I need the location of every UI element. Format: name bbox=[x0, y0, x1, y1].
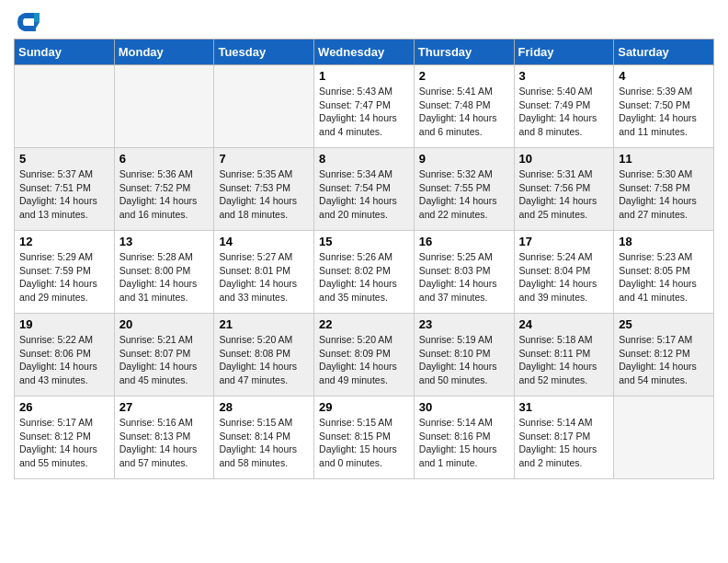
calendar-cell: 16Sunrise: 5:25 AM Sunset: 8:03 PM Dayli… bbox=[414, 231, 514, 314]
calendar-cell bbox=[214, 65, 314, 148]
calendar-cell: 31Sunrise: 5:14 AM Sunset: 8:17 PM Dayli… bbox=[514, 396, 614, 479]
day-number: 2 bbox=[419, 69, 509, 83]
calendar-cell: 23Sunrise: 5:19 AM Sunset: 8:10 PM Dayli… bbox=[414, 314, 514, 396]
day-number: 15 bbox=[319, 235, 409, 248]
day-number: 5 bbox=[19, 152, 109, 166]
day-number: 8 bbox=[319, 152, 409, 166]
weekday-header: Thursday bbox=[414, 40, 514, 65]
day-number: 10 bbox=[519, 152, 609, 166]
day-info: Sunrise: 5:28 AM Sunset: 8:00 PM Dayligh… bbox=[119, 250, 210, 304]
calendar-cell: 3Sunrise: 5:40 AM Sunset: 7:49 PM Daylig… bbox=[514, 65, 614, 148]
weekday-header: Wednesday bbox=[314, 40, 415, 65]
day-number: 14 bbox=[219, 235, 309, 248]
calendar-cell: 30Sunrise: 5:14 AM Sunset: 8:16 PM Dayli… bbox=[414, 396, 514, 479]
weekday-row: SundayMondayTuesdayWednesdayThursdayFrid… bbox=[15, 40, 714, 65]
day-info: Sunrise: 5:22 AM Sunset: 8:06 PM Dayligh… bbox=[19, 333, 109, 387]
day-number: 19 bbox=[19, 317, 109, 331]
calendar-cell: 14Sunrise: 5:27 AM Sunset: 8:01 PM Dayli… bbox=[214, 231, 314, 314]
day-info: Sunrise: 5:16 AM Sunset: 8:13 PM Dayligh… bbox=[119, 416, 210, 470]
calendar-cell: 4Sunrise: 5:39 AM Sunset: 7:50 PM Daylig… bbox=[614, 65, 714, 148]
calendar-cell bbox=[614, 396, 714, 479]
calendar-cell: 29Sunrise: 5:15 AM Sunset: 8:15 PM Dayli… bbox=[314, 396, 415, 479]
calendar-cell: 18Sunrise: 5:23 AM Sunset: 8:05 PM Dayli… bbox=[614, 231, 714, 314]
header bbox=[14, 9, 714, 35]
day-number: 1 bbox=[319, 69, 409, 83]
day-info: Sunrise: 5:35 AM Sunset: 7:53 PM Dayligh… bbox=[219, 167, 309, 222]
day-info: Sunrise: 5:27 AM Sunset: 8:01 PM Dayligh… bbox=[219, 250, 309, 304]
calendar-cell: 12Sunrise: 5:29 AM Sunset: 7:59 PM Dayli… bbox=[15, 231, 115, 314]
weekday-header: Monday bbox=[114, 40, 214, 65]
day-info: Sunrise: 5:20 AM Sunset: 8:08 PM Dayligh… bbox=[219, 333, 309, 387]
calendar-week-row: 12Sunrise: 5:29 AM Sunset: 7:59 PM Dayli… bbox=[15, 231, 714, 314]
day-info: Sunrise: 5:25 AM Sunset: 8:03 PM Dayligh… bbox=[419, 250, 509, 304]
calendar-cell: 20Sunrise: 5:21 AM Sunset: 8:07 PM Dayli… bbox=[114, 314, 214, 396]
calendar-cell: 13Sunrise: 5:28 AM Sunset: 8:00 PM Dayli… bbox=[114, 231, 214, 314]
calendar-cell: 1Sunrise: 5:43 AM Sunset: 7:47 PM Daylig… bbox=[314, 65, 415, 148]
day-number: 6 bbox=[119, 152, 210, 166]
calendar-cell: 26Sunrise: 5:17 AM Sunset: 8:12 PM Dayli… bbox=[15, 396, 115, 479]
day-info: Sunrise: 5:15 AM Sunset: 8:15 PM Dayligh… bbox=[319, 416, 409, 470]
day-info: Sunrise: 5:40 AM Sunset: 7:49 PM Dayligh… bbox=[519, 85, 609, 139]
day-info: Sunrise: 5:30 AM Sunset: 7:58 PM Dayligh… bbox=[619, 167, 709, 222]
day-number: 29 bbox=[319, 400, 409, 414]
calendar-body: 1Sunrise: 5:43 AM Sunset: 7:47 PM Daylig… bbox=[15, 65, 714, 479]
day-number: 26 bbox=[19, 400, 109, 414]
calendar-cell: 19Sunrise: 5:22 AM Sunset: 8:06 PM Dayli… bbox=[15, 314, 115, 396]
day-info: Sunrise: 5:21 AM Sunset: 8:07 PM Dayligh… bbox=[119, 333, 210, 387]
day-info: Sunrise: 5:31 AM Sunset: 7:56 PM Dayligh… bbox=[519, 167, 609, 222]
svg-marker-1 bbox=[34, 13, 40, 22]
calendar-cell: 27Sunrise: 5:16 AM Sunset: 8:13 PM Dayli… bbox=[114, 396, 214, 479]
day-number: 16 bbox=[419, 235, 509, 248]
day-number: 7 bbox=[219, 152, 309, 166]
calendar-table: SundayMondayTuesdayWednesdayThursdayFrid… bbox=[14, 39, 714, 479]
day-info: Sunrise: 5:18 AM Sunset: 8:11 PM Dayligh… bbox=[519, 333, 609, 387]
calendar-cell bbox=[15, 65, 115, 148]
day-number: 9 bbox=[419, 152, 509, 166]
calendar-week-row: 19Sunrise: 5:22 AM Sunset: 8:06 PM Dayli… bbox=[15, 314, 714, 396]
page-container: SundayMondayTuesdayWednesdayThursdayFrid… bbox=[0, 0, 728, 488]
day-number: 27 bbox=[119, 400, 210, 414]
weekday-header: Tuesday bbox=[214, 40, 314, 65]
day-info: Sunrise: 5:20 AM Sunset: 8:09 PM Dayligh… bbox=[319, 333, 409, 387]
weekday-header: Friday bbox=[514, 40, 614, 65]
calendar-header: SundayMondayTuesdayWednesdayThursdayFrid… bbox=[15, 40, 714, 65]
day-number: 20 bbox=[119, 317, 210, 331]
day-info: Sunrise: 5:34 AM Sunset: 7:54 PM Dayligh… bbox=[319, 167, 409, 222]
day-info: Sunrise: 5:15 AM Sunset: 8:14 PM Dayligh… bbox=[219, 416, 309, 470]
weekday-header: Saturday bbox=[614, 40, 714, 65]
calendar-cell: 5Sunrise: 5:37 AM Sunset: 7:51 PM Daylig… bbox=[15, 148, 115, 231]
calendar-cell: 8Sunrise: 5:34 AM Sunset: 7:54 PM Daylig… bbox=[314, 148, 415, 231]
day-info: Sunrise: 5:37 AM Sunset: 7:51 PM Dayligh… bbox=[19, 167, 109, 222]
calendar-week-row: 1Sunrise: 5:43 AM Sunset: 7:47 PM Daylig… bbox=[15, 65, 714, 148]
day-number: 4 bbox=[619, 69, 709, 83]
day-number: 11 bbox=[619, 152, 709, 166]
day-number: 28 bbox=[219, 400, 309, 414]
calendar-cell: 6Sunrise: 5:36 AM Sunset: 7:52 PM Daylig… bbox=[114, 148, 214, 231]
day-number: 17 bbox=[519, 235, 609, 248]
day-info: Sunrise: 5:24 AM Sunset: 8:04 PM Dayligh… bbox=[519, 250, 609, 304]
calendar-cell: 2Sunrise: 5:41 AM Sunset: 7:48 PM Daylig… bbox=[414, 65, 514, 148]
calendar-cell: 17Sunrise: 5:24 AM Sunset: 8:04 PM Dayli… bbox=[514, 231, 614, 314]
calendar-cell bbox=[114, 65, 214, 148]
day-number: 12 bbox=[19, 235, 109, 248]
calendar-cell: 11Sunrise: 5:30 AM Sunset: 7:58 PM Dayli… bbox=[614, 148, 714, 231]
day-number: 24 bbox=[519, 317, 609, 331]
day-number: 30 bbox=[419, 400, 509, 414]
day-info: Sunrise: 5:39 AM Sunset: 7:50 PM Dayligh… bbox=[619, 85, 709, 139]
calendar-cell: 7Sunrise: 5:35 AM Sunset: 7:53 PM Daylig… bbox=[214, 148, 314, 231]
day-info: Sunrise: 5:19 AM Sunset: 8:10 PM Dayligh… bbox=[419, 333, 509, 387]
day-info: Sunrise: 5:41 AM Sunset: 7:48 PM Dayligh… bbox=[419, 85, 509, 139]
day-info: Sunrise: 5:29 AM Sunset: 7:59 PM Dayligh… bbox=[19, 250, 109, 304]
calendar-week-row: 26Sunrise: 5:17 AM Sunset: 8:12 PM Dayli… bbox=[15, 396, 714, 479]
logo bbox=[14, 9, 41, 35]
day-number: 23 bbox=[419, 317, 509, 331]
calendar-cell: 22Sunrise: 5:20 AM Sunset: 8:09 PM Dayli… bbox=[314, 314, 415, 396]
calendar-cell: 21Sunrise: 5:20 AM Sunset: 8:08 PM Dayli… bbox=[214, 314, 314, 396]
day-number: 13 bbox=[119, 235, 210, 248]
day-info: Sunrise: 5:43 AM Sunset: 7:47 PM Dayligh… bbox=[319, 85, 409, 139]
calendar-cell: 24Sunrise: 5:18 AM Sunset: 8:11 PM Dayli… bbox=[514, 314, 614, 396]
day-number: 3 bbox=[519, 69, 609, 83]
day-number: 22 bbox=[319, 317, 409, 331]
day-info: Sunrise: 5:17 AM Sunset: 8:12 PM Dayligh… bbox=[619, 333, 709, 387]
day-number: 25 bbox=[619, 317, 709, 331]
